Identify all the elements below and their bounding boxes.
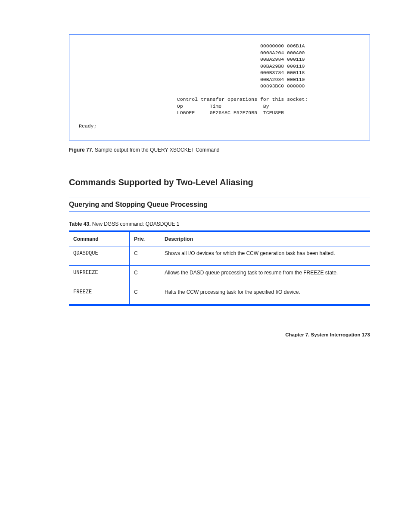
table-header-row: Command Priv. Description bbox=[69, 231, 370, 246]
cell-command: UNFREEZE bbox=[69, 266, 130, 285]
col-header-priv: Priv. bbox=[130, 231, 160, 246]
table-title-text: New DGSS command: QDASDQUE 1 bbox=[92, 221, 180, 227]
section-heading: Commands Supported by Two-Level Aliasing bbox=[69, 177, 370, 188]
cell-command: QDASDQUE bbox=[69, 246, 130, 265]
cell-description: Shows all I/O devices for which the CCW … bbox=[160, 246, 371, 265]
table-row: FREEZE C Halts the CCW processing task f… bbox=[69, 285, 370, 305]
subsection-heading: Querying and Stopping Queue Processing bbox=[69, 200, 370, 209]
cell-priv: C bbox=[130, 266, 160, 285]
table-row: UNFREEZE C Allows the DASD queue process… bbox=[69, 266, 370, 285]
section-rule bbox=[69, 197, 370, 197]
figure-code: 00000000 006B1A 0008A204 000A00 00BA2984… bbox=[79, 43, 360, 130]
col-header-description: Description bbox=[160, 231, 371, 246]
figure-caption-label: Figure 77. bbox=[69, 147, 93, 153]
cell-priv: C bbox=[130, 285, 160, 305]
page-footer: Chapter 7. System Interrogation 173 bbox=[69, 332, 370, 339]
figure-code-box: 00000000 006B1A 0008A204 000A00 00BA2984… bbox=[69, 34, 370, 140]
table-title: Table 43. New DGSS command: QDASDQUE 1 bbox=[69, 221, 370, 227]
command-table: Command Priv. Description QDASDQUE C Sho… bbox=[69, 230, 370, 306]
subsection-rule bbox=[69, 212, 370, 212]
cell-description: Halts the CCW processing task for the sp… bbox=[160, 285, 371, 305]
figure-caption-text: Sample output from the QUERY XSOCKET Com… bbox=[95, 147, 219, 153]
table-row: QDASDQUE C Shows all I/O devices for whi… bbox=[69, 246, 370, 265]
table-title-label: Table 43. bbox=[69, 221, 90, 227]
figure-caption: Figure 77. Sample output from the QUERY … bbox=[69, 146, 370, 153]
cell-command: FREEZE bbox=[69, 285, 130, 305]
cell-description: Allows the DASD queue processing task to… bbox=[160, 266, 371, 285]
col-header-command: Command bbox=[69, 231, 130, 246]
cell-priv: C bbox=[130, 246, 160, 265]
